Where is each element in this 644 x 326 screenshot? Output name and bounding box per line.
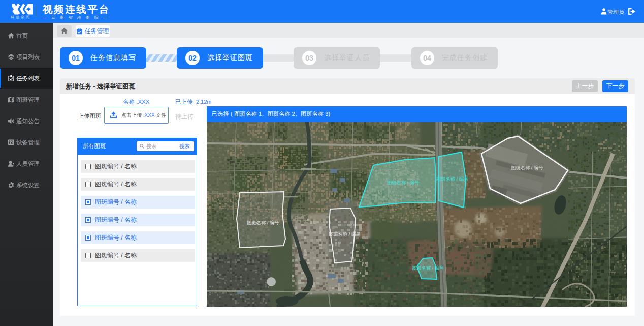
svg-text:图斑名称 / 编号: 图斑名称 / 编号 — [329, 232, 361, 237]
svg-text:图斑名称 / 编号: 图斑名称 / 编号 — [387, 180, 420, 185]
svg-text:图斑名称 / 编号: 图斑名称 / 编号 — [511, 165, 543, 170]
svg-text:图斑名称 / 编号: 图斑名称 / 编号 — [412, 265, 444, 271]
svg-text:图斑名称 / 编号: 图斑名称 / 编号 — [247, 220, 279, 225]
svg-text:图斑名称 / 编号: 图斑名称 / 编号 — [436, 176, 469, 182]
